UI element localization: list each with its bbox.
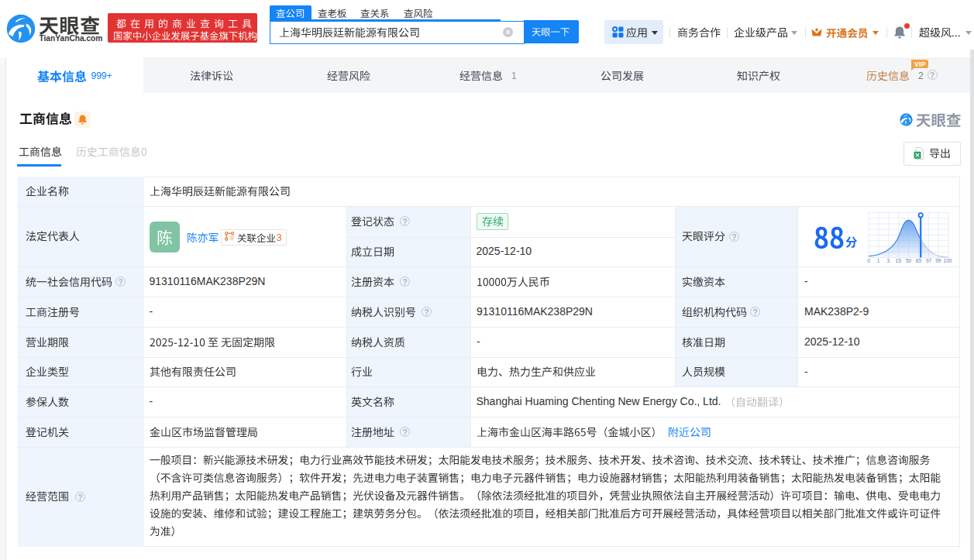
svg-text:0: 0 [867,258,870,263]
svg-text:3: 3 [887,258,890,263]
svg-text:50: 50 [906,258,912,263]
svg-text:99: 99 [935,258,941,263]
svg-text:85: 85 [916,258,922,263]
svg-text:97: 97 [926,258,932,263]
svg-text:1: 1 [877,258,880,263]
svg-text:15: 15 [896,258,902,263]
svg-text:100: 100 [943,258,952,263]
